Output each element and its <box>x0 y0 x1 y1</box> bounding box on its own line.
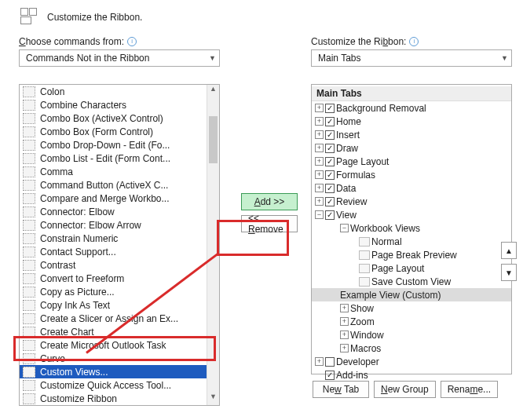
add-button[interactable]: Add >> <box>241 193 298 210</box>
expander-icon[interactable]: − <box>340 224 349 232</box>
view-icon <box>359 264 370 273</box>
tree-item[interactable]: Save Custom View <box>312 275 511 288</box>
command-item[interactable]: Convert to Freeform <box>20 272 219 285</box>
command-item[interactable]: Curve <box>20 352 219 365</box>
checkbox[interactable]: ✓ <box>325 210 335 220</box>
checkbox[interactable]: ✓ <box>325 197 335 206</box>
checkbox[interactable]: ✓ <box>325 170 335 180</box>
tree-item[interactable]: + Developer <box>312 355 511 368</box>
tree-item[interactable]: Normal <box>312 235 511 248</box>
command-item[interactable]: Cycle Font Colors <box>20 405 219 406</box>
checkbox[interactable]: ✓ <box>325 144 335 153</box>
command-item[interactable]: Custom Views...▸ <box>20 365 219 378</box>
tree-item[interactable]: +✓ Home <box>312 115 511 128</box>
expander-icon[interactable]: + <box>340 331 349 339</box>
expander-icon[interactable]: + <box>315 104 324 112</box>
tree-item[interactable]: +✓ Draw <box>312 141 511 155</box>
commands-listbox[interactable]: ▲▼ ColonCombine CharactersCombo Box (Act… <box>19 84 220 406</box>
tree-item[interactable]: Page Break Preview <box>312 248 511 261</box>
tree-item[interactable]: +✓ Background Removal <box>312 101 511 115</box>
checkbox[interactable]: ✓ <box>325 104 335 113</box>
move-down-button[interactable]: ▼ <box>501 264 517 281</box>
move-up-button[interactable]: ▲ <box>501 242 517 259</box>
expander-icon[interactable]: + <box>340 304 349 312</box>
command-item[interactable]: Customize Ribbon <box>20 392 219 405</box>
expander-icon[interactable]: + <box>315 184 324 192</box>
checkbox[interactable]: ✓ <box>325 117 335 126</box>
command-icon <box>23 300 35 311</box>
remove-button[interactable]: << Remove <box>241 215 298 232</box>
tree-item[interactable]: + Macros <box>312 341 511 355</box>
expander-icon[interactable]: + <box>315 357 324 366</box>
tree-item[interactable]: ✓ Add-ins <box>312 368 511 382</box>
command-item[interactable]: Contrast▸ <box>20 258 219 272</box>
choose-commands-dropdown[interactable]: Commands Not in the Ribbon ▼ <box>19 49 220 67</box>
command-icon <box>23 180 35 191</box>
command-item[interactable]: Constrain Numeric <box>20 232 219 245</box>
tree-label: Background Removal <box>336 103 426 114</box>
view-icon <box>359 277 370 287</box>
command-icon <box>23 353 35 364</box>
customize-ribbon-dropdown[interactable]: Main Tabs ▼ <box>311 49 512 67</box>
command-item[interactable]: Combine Characters <box>20 98 219 111</box>
tree-item[interactable]: + Window <box>312 328 511 341</box>
command-item[interactable]: Create Microsoft Outlook Task <box>20 338 219 352</box>
checkbox[interactable]: ✓ <box>325 157 335 166</box>
tree-item[interactable]: Example View (Custom) <box>312 288 511 301</box>
command-icon <box>23 233 35 244</box>
expander-icon[interactable]: + <box>340 317 349 326</box>
command-item[interactable]: Create Chart <box>20 325 219 338</box>
choose-commands-label: Choose commands from: i <box>19 36 228 47</box>
tree-item[interactable]: +✓ Insert <box>312 128 511 141</box>
command-icon <box>23 220 35 231</box>
expander-icon[interactable]: + <box>315 130 324 139</box>
scrollbar[interactable]: ▲▼ <box>207 85 219 405</box>
command-item[interactable]: Combo Drop-Down - Edit (Fo... <box>20 138 219 152</box>
command-item[interactable]: Contact Support... <box>20 245 219 258</box>
tree-item[interactable]: − Workbook Views <box>312 221 511 235</box>
ribbon-tree[interactable]: Main Tabs +✓ Background Removal+✓ Home+✓… <box>311 84 512 374</box>
tree-item[interactable]: + Show <box>312 301 511 315</box>
command-icon <box>23 273 35 284</box>
expander-icon[interactable]: + <box>315 144 324 152</box>
tree-item[interactable]: +✓ Page Layout <box>312 155 511 168</box>
command-item[interactable]: Comma <box>20 165 219 178</box>
command-item[interactable]: Connector: Elbow <box>20 205 219 218</box>
command-item[interactable]: Create a Slicer or Assign an Ex...▸ <box>20 312 219 325</box>
command-item[interactable]: Connector: Elbow Arrow <box>20 218 219 232</box>
command-item[interactable]: Compare and Merge Workbo... <box>20 192 219 205</box>
new-tab-button[interactable]: New Tab <box>313 381 369 398</box>
tree-item[interactable]: −✓ View <box>312 208 511 221</box>
command-item[interactable]: Copy as Picture... <box>20 285 219 298</box>
command-item[interactable]: Combo Box (Form Control) <box>20 125 219 138</box>
command-item[interactable]: Customize Quick Access Tool... <box>20 378 219 392</box>
new-group-button[interactable]: New Group <box>374 381 436 398</box>
command-item[interactable]: Combo List - Edit (Form Cont... <box>20 152 219 165</box>
tree-label: Page Layout <box>371 263 424 274</box>
command-label: Contrast <box>40 260 75 271</box>
tree-label: Formulas <box>336 170 375 181</box>
checkbox[interactable]: ✓ <box>325 130 335 140</box>
command-item[interactable]: Combo Box (ActiveX Control) <box>20 111 219 125</box>
command-label: Customize Ribbon <box>40 393 117 404</box>
command-icon <box>23 140 35 151</box>
tree-item[interactable]: +✓ Review <box>312 195 511 208</box>
expander-icon[interactable]: + <box>315 170 324 179</box>
expander-icon[interactable]: + <box>315 157 324 166</box>
expander-icon[interactable]: + <box>315 117 324 126</box>
expander-icon[interactable]: − <box>315 210 324 219</box>
tree-item[interactable]: + Zoom <box>312 315 511 328</box>
tree-item[interactable]: +✓ Formulas <box>312 168 511 181</box>
command-label: Comma <box>40 166 73 177</box>
tree-item[interactable]: +✓ Data <box>312 181 511 195</box>
expander-icon[interactable]: + <box>340 344 349 352</box>
checkbox[interactable]: ✓ <box>325 184 335 193</box>
rename-button[interactable]: Rename... <box>441 381 498 398</box>
command-item[interactable]: Colon <box>20 85 219 98</box>
command-item[interactable]: Command Button (ActiveX C... <box>20 178 219 192</box>
tree-item[interactable]: Page Layout <box>312 261 511 275</box>
checkbox[interactable]: ✓ <box>325 371 335 380</box>
checkbox[interactable] <box>325 357 335 367</box>
command-item[interactable]: Copy Ink As Text <box>20 298 219 312</box>
expander-icon[interactable]: + <box>315 197 324 206</box>
